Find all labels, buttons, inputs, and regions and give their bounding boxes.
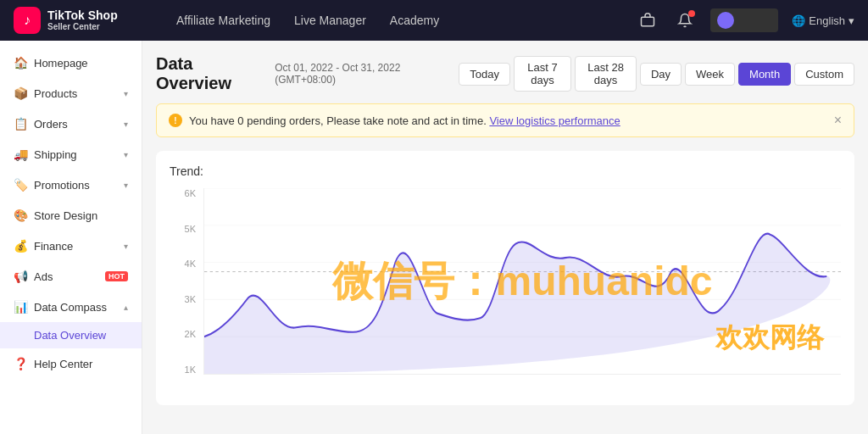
logo-icon: ♪ — [14, 7, 41, 34]
sidebar-item-products[interactable]: 📦 Products ▾ — [0, 78, 142, 108]
chart-area: 6K 5K 4K 3K 2K 1K — [170, 188, 841, 392]
alert-text: You have 0 pending orders, Please take n… — [189, 114, 827, 127]
products-icon: 📦 — [14, 86, 27, 100]
logo-text: TikTok Shop Seller Center — [47, 8, 118, 33]
sidebar-item-store-design[interactable]: 🎨 Store Design — [0, 200, 142, 231]
chevron-down-icon: ▾ — [124, 242, 128, 251]
nav-right: 🌐 English ▾ — [636, 8, 854, 32]
logo: ♪ TikTok Shop Seller Center — [14, 7, 149, 34]
filter-last7[interactable]: Last 7 days — [514, 56, 571, 92]
orders-icon: 📋 — [14, 117, 27, 131]
chevron-down-icon: ▾ — [124, 150, 128, 159]
chevron-down-icon: ▾ — [124, 120, 128, 129]
chevron-down-icon: ▾ — [124, 89, 128, 98]
filter-custom[interactable]: Custom — [794, 63, 854, 86]
chart-section: Trend: 6K 5K 4K 3K 2K 1K — [156, 151, 854, 405]
finance-icon: 💰 — [14, 239, 27, 253]
date-range: Oct 01, 2022 - Oct 31, 2022 (GMT+08:00) — [275, 62, 445, 86]
help-icon: ❓ — [14, 357, 27, 370]
sidebar-item-promotions[interactable]: 🏷️ Promotions ▾ — [0, 170, 142, 200]
sidebar-item-orders[interactable]: 📋 Orders ▾ — [0, 108, 142, 139]
nav-link-academy[interactable]: Academy — [390, 10, 439, 31]
filter-week[interactable]: Week — [685, 63, 735, 86]
data-compass-icon: 📊 — [14, 300, 27, 314]
sidebar-item-ads[interactable]: 📢 Ads HOT — [0, 261, 142, 292]
filter-today[interactable]: Today — [459, 63, 510, 86]
chart-y-labels: 6K 5K 4K 3K 2K 1K — [170, 188, 199, 375]
sidebar-item-help-center[interactable]: ❓ Help Center — [0, 348, 142, 379]
page-header: Data Overview Oct 01, 2022 - Oct 31, 202… — [156, 54, 854, 93]
filter-month[interactable]: Month — [738, 63, 791, 86]
sidebar-sub-item-data-overview[interactable]: Data Overview — [0, 322, 142, 348]
avatar — [717, 12, 734, 29]
chart-plot: 微信号：muhuanidc 欢欢网络 — [203, 188, 841, 375]
alert-icon: ! — [169, 114, 182, 127]
chevron-up-icon: ▴ — [124, 303, 128, 312]
alert-link[interactable]: View logistics performance — [489, 114, 620, 127]
home-icon: 🏠 — [14, 56, 27, 70]
time-filters: Today Last 7 days Last 28 days Day Week … — [459, 56, 854, 92]
filter-last28[interactable]: Last 28 days — [575, 56, 637, 92]
shipping-icon: 🚚 — [14, 147, 27, 161]
alert-close-button[interactable]: × — [834, 113, 842, 128]
nav-link-affiliate[interactable]: Affiliate Marketing — [176, 10, 270, 31]
chevron-down-icon: ▾ — [124, 181, 128, 190]
chart-svg — [204, 188, 841, 374]
store-design-icon: 🎨 — [14, 209, 27, 222]
notification-badge — [688, 10, 695, 17]
filter-day[interactable]: Day — [640, 63, 682, 86]
cart-icon-button[interactable] — [636, 8, 659, 32]
page-title: Data Overview — [156, 54, 261, 93]
ads-icon: 📢 — [14, 270, 27, 283]
nav-link-live[interactable]: Live Manager — [294, 10, 366, 31]
user-avatar-button[interactable] — [710, 8, 778, 32]
nav-links: Affiliate Marketing Live Manager Academy — [176, 10, 609, 31]
main-layout: 🏠 Homepage 📦 Products ▾ 📋 Orders ▾ 🚚 Shi… — [0, 41, 868, 434]
main-content: Data Overview Oct 01, 2022 - Oct 31, 202… — [142, 41, 868, 434]
language-selector[interactable]: 🌐 English ▾ — [792, 14, 854, 27]
notification-icon-button[interactable] — [673, 8, 697, 32]
top-navigation: ♪ TikTok Shop Seller Center Affiliate Ma… — [0, 0, 868, 41]
promotions-icon: 🏷️ — [14, 178, 27, 192]
sidebar-item-finance[interactable]: 💰 Finance ▾ — [0, 231, 142, 261]
sidebar: 🏠 Homepage 📦 Products ▾ 📋 Orders ▾ 🚚 Shi… — [0, 41, 142, 434]
hot-badge: HOT — [105, 271, 128, 281]
alert-banner: ! You have 0 pending orders, Please take… — [156, 103, 854, 137]
chart-title: Trend: — [170, 164, 841, 178]
sidebar-item-data-compass[interactable]: 📊 Data Compass ▴ — [0, 292, 142, 322]
sidebar-item-shipping[interactable]: 🚚 Shipping ▾ — [0, 139, 142, 170]
svg-rect-0 — [642, 17, 654, 26]
sidebar-item-homepage[interactable]: 🏠 Homepage — [0, 47, 142, 78]
